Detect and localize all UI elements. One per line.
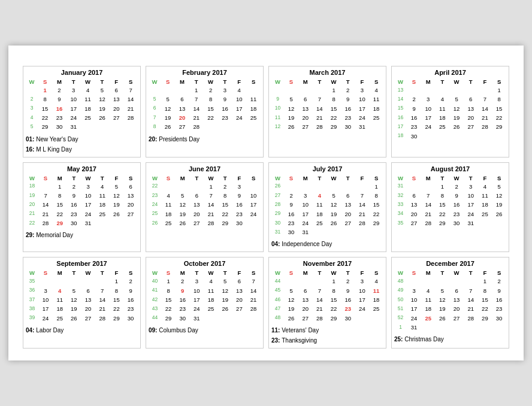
calendar-cell: 22	[110, 304, 124, 313]
calendar-cell: 10	[38, 295, 53, 304]
calendar-cell: 20	[464, 113, 478, 122]
calendar-cell: 25	[204, 304, 218, 313]
calendar-cell	[109, 122, 123, 131]
col-header: S	[38, 174, 53, 182]
calendar-cell: 10	[355, 286, 370, 295]
calendar-cell: 7	[355, 191, 370, 200]
calendar-cell: 15	[492, 104, 506, 113]
calendar-cell	[246, 314, 261, 323]
calendar-cell: 10	[407, 295, 421, 304]
holiday-name: Independence Day	[282, 241, 332, 247]
calendar-cell: 22	[478, 304, 492, 313]
calendar-cell: 20	[175, 113, 189, 122]
calendar-cell: 18	[421, 304, 436, 313]
calendar-cell: 8	[327, 286, 341, 295]
calendar-cell: 6	[190, 191, 204, 200]
calendar-cell: 2	[407, 95, 421, 104]
calendar-cell: 19	[492, 200, 506, 209]
month-block: December 2017WSMTWTFS4812493456789501011…	[391, 257, 509, 348]
calendar-cell: 25	[436, 122, 450, 131]
month-title: April 2017	[394, 69, 506, 76]
calendar-cell: 29	[327, 122, 341, 131]
calendar-cell: 28	[464, 314, 478, 323]
calendar-cell: 3	[190, 277, 204, 286]
holiday-date: 11:	[271, 327, 282, 334]
col-header: S	[492, 174, 506, 182]
calendar-cell: 18	[436, 113, 450, 122]
calendar-cell: 15	[327, 295, 341, 304]
calendar-cell: 17	[394, 122, 407, 131]
calendar-cell	[449, 323, 464, 332]
calendar-cell: 27	[175, 122, 189, 131]
calendar-cell: 12	[67, 295, 81, 304]
calendar-cell: 18	[369, 104, 383, 113]
col-header: M	[421, 174, 436, 182]
calendar-cell: 6	[298, 95, 313, 104]
calendar-cell: 21	[95, 304, 110, 313]
calendar-cell	[464, 277, 478, 286]
holiday-notes: 04: Labor Day	[26, 325, 138, 335]
calendar-cell: 19	[26, 191, 38, 200]
holiday-notes: 25: Christmas Day	[394, 334, 506, 344]
calendar-cell: 6	[232, 277, 247, 286]
col-header: M	[53, 269, 67, 277]
calendar-cell: 7	[421, 191, 436, 200]
col-header: W	[81, 269, 95, 277]
calendar-cell: 30	[232, 219, 247, 228]
calendar-cell: 10	[232, 95, 246, 104]
calendar-cell	[81, 122, 95, 131]
calendar-cell: 14	[204, 200, 218, 209]
calendar-cell	[26, 86, 38, 95]
calendar-cell: 6	[123, 182, 138, 191]
month-block: July 2017WSMTWTFS26127234567828910111213…	[268, 162, 386, 253]
calendar-cell: 24	[355, 113, 370, 122]
col-header: W	[81, 174, 95, 182]
col-header: T	[464, 78, 478, 86]
calendar-cell	[190, 182, 204, 191]
calendar-cell: 15	[38, 104, 52, 113]
col-header: M	[175, 78, 189, 86]
calendar-cell: 22	[436, 210, 450, 219]
calendar-cell: 9	[271, 95, 284, 104]
calendar-cell: 12	[449, 104, 464, 113]
calendar-cell: 15	[369, 200, 383, 209]
calendar-cell: 2	[176, 277, 190, 286]
calendar-cell: 25	[369, 113, 383, 122]
calendar-cell: 31	[81, 219, 95, 228]
calendar-cell	[232, 122, 246, 131]
col-header: F	[355, 174, 370, 182]
calendar-cell: 29	[161, 314, 176, 323]
calendar-cell: 13	[123, 191, 138, 200]
calendar-cell: 44	[271, 277, 284, 286]
calendar-cell: 26	[284, 314, 298, 323]
calendar-cell	[81, 277, 95, 286]
calendar-cell: 20	[298, 304, 313, 313]
calendar-cell: 13	[298, 295, 313, 304]
calendar-cell: 24	[464, 210, 478, 219]
calendar-cell: 19	[284, 113, 298, 122]
calendar-cell: 17	[38, 304, 53, 313]
calendar-cell: 12	[492, 191, 506, 200]
calendar-cell: 25	[246, 113, 261, 122]
calendar-cell: 29	[369, 219, 383, 228]
calendar-cell: 4	[313, 191, 327, 200]
calendar-cell: 24	[232, 113, 246, 122]
calendar-table: WSMTWTFS35123634567893710111213141516381…	[26, 269, 138, 322]
calendar-cell: 19	[110, 200, 124, 209]
col-header: S	[284, 174, 298, 182]
col-header: F	[355, 78, 370, 86]
calendar-cell: 13	[175, 104, 189, 113]
col-header: T	[190, 269, 204, 277]
calendar-table: WSMTWTFS31123453267891011123313141516171…	[394, 174, 506, 228]
col-header: W	[271, 78, 284, 86]
holiday-entry: 04: Labor Day	[26, 325, 138, 335]
calendar-cell: 26	[436, 314, 450, 323]
calendar-cell: 22	[327, 113, 341, 122]
calendar-cell: 11	[478, 191, 492, 200]
calendar-cell	[298, 182, 313, 191]
col-header: W	[327, 174, 341, 182]
calendar-cell: 30	[176, 314, 190, 323]
col-header: W	[26, 78, 38, 86]
calendar-cell: 24	[421, 122, 436, 131]
col-header: M	[298, 174, 313, 182]
